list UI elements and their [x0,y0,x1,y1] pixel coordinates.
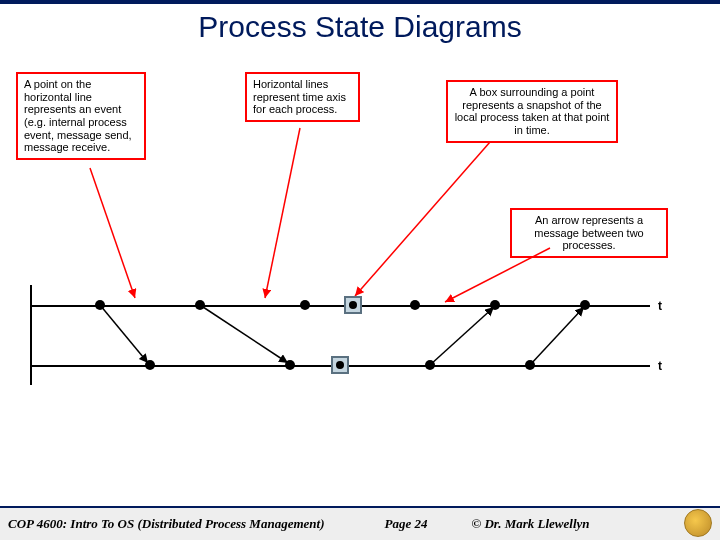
footer-course: COP 4600: Intro To OS (Distributed Proce… [8,516,324,532]
time-label-bottom: t [658,359,662,373]
callout-snapshot-box: A box surrounding a point represents a s… [446,80,618,143]
top-accent-bar [0,0,720,4]
snapshot-box [344,296,362,314]
event-dot [425,360,435,370]
slide-footer: COP 4600: Intro To OS (Distributed Proce… [0,506,720,540]
slide-title: Process State Diagrams [0,10,720,44]
svg-line-5 [200,305,288,363]
ucf-logo-icon [684,509,712,537]
process-axis-top [30,305,650,307]
footer-page: Page 24 [384,516,427,532]
svg-line-1 [265,128,300,298]
event-dot [285,360,295,370]
event-dot [145,360,155,370]
event-dot [195,300,205,310]
event-dot [580,300,590,310]
event-dot [410,300,420,310]
callout-arrow-message: An arrow represents a message between tw… [510,208,668,258]
svg-line-6 [430,307,494,365]
y-axis [30,285,32,385]
process-state-diagram: t t [30,285,690,405]
svg-line-7 [530,307,584,365]
event-dot [525,360,535,370]
footer-author: © Dr. Mark Llewellyn [471,516,589,532]
time-label-top: t [658,299,662,313]
svg-line-0 [90,168,135,298]
event-dot [490,300,500,310]
svg-line-4 [100,305,148,363]
event-dot [300,300,310,310]
snapshot-box [331,356,349,374]
callout-horizontal-line: Horizontal lines represent time axis for… [245,72,360,122]
event-dot [95,300,105,310]
svg-line-2 [355,142,490,296]
callout-point-event: A point on the horizontal line represent… [16,72,146,160]
